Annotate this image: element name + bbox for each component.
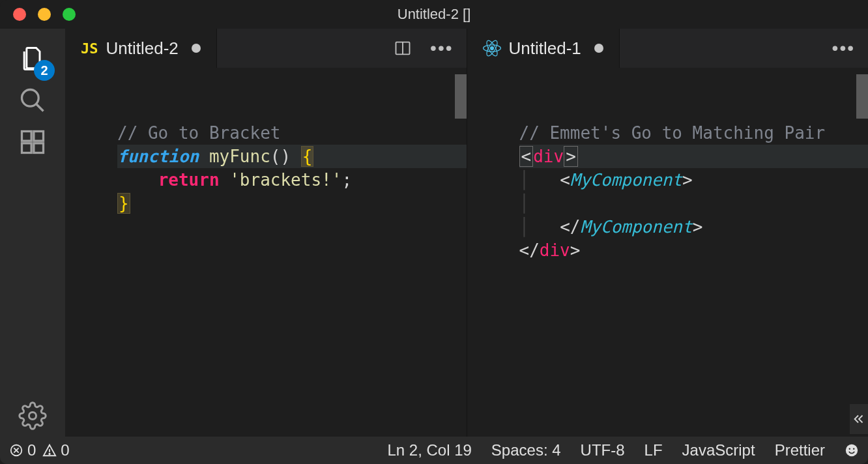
svg-rect-3 [22,143,32,153]
editor-1[interactable]: // Go to Bracket function myFunc() { ret… [65,68,467,437]
editor-groups: JS Untitled-2 ••• // Go to Bracket funct… [65,29,868,437]
status-warnings[interactable]: 0 [42,441,69,459]
editor-group-actions-1: ••• [381,29,466,68]
extensions-button[interactable] [12,121,53,163]
window-close-button[interactable] [13,8,26,21]
warning-icon [42,443,57,457]
tab-label: Untitled-1 [509,38,581,59]
activity-bar: 2 [0,29,65,437]
tab-label: Untitled-2 [106,38,179,59]
more-actions-button[interactable]: ••• [430,38,453,59]
editor-group-2: Untitled-1 ••• // Emmet's Go to Matching… [467,29,869,437]
svg-point-18 [849,448,850,450]
explorer-badge: 2 [34,60,55,81]
svg-point-16 [50,454,50,454]
editor-group-actions-2: ••• [819,29,868,68]
window-maximize-button[interactable] [63,8,76,21]
window-traffic-lights [13,8,76,21]
dirty-indicator [192,44,201,53]
chevron-left-icon [852,412,866,426]
settings-button[interactable] [12,395,53,437]
status-indentation[interactable]: Spaces: 4 [491,441,561,459]
window-minimize-button[interactable] [38,8,51,21]
minimap-slider[interactable] [856,74,868,119]
svg-rect-1 [22,132,32,141]
scroll-indicator[interactable] [850,404,868,434]
tab-bar-1: JS Untitled-2 ••• [65,29,467,68]
split-editor-icon[interactable] [394,39,412,57]
svg-point-5 [29,413,36,420]
status-encoding[interactable]: UTF-8 [581,441,625,459]
svg-point-17 [846,444,858,456]
main-area: 2 JS Untitled-2 [0,29,868,437]
status-bar: 0 0 Ln 2, Col 19 Spaces: 4 UTF-8 LF Java… [0,437,868,464]
status-eol[interactable]: LF [644,441,663,459]
tab-bar-2: Untitled-1 ••• [467,29,869,68]
status-feedback[interactable] [845,443,859,457]
svg-point-8 [490,47,493,50]
status-language-mode[interactable]: JavaScript [682,441,755,459]
react-file-icon [483,39,501,57]
search-icon [18,86,47,115]
status-cursor-position[interactable]: Ln 2, Col 19 [387,441,471,459]
gear-icon [18,401,47,430]
window-title: Untitled-2 [] [398,6,471,23]
editor-group-1: JS Untitled-2 ••• // Go to Bracket funct… [65,29,467,437]
minimap-slider[interactable] [455,74,467,119]
extensions-icon [18,128,47,156]
status-formatter[interactable]: Prettier [775,441,825,459]
svg-point-19 [853,448,854,450]
svg-rect-2 [34,132,44,141]
explorer-button[interactable]: 2 [12,38,53,80]
error-icon [9,443,23,457]
tab-untitled-1[interactable]: Untitled-1 [467,29,620,68]
status-errors[interactable]: 0 [9,441,36,459]
tab-untitled-2[interactable]: JS Untitled-2 [65,29,217,68]
javascript-file-icon: JS [81,40,98,57]
svg-rect-4 [34,143,44,153]
editor-2[interactable]: // Emmet's Go to Matching Pair <div> │ <… [467,68,869,437]
svg-point-0 [22,90,39,107]
more-actions-button[interactable]: ••• [832,38,855,59]
dirty-indicator [594,44,603,53]
search-button[interactable] [12,80,53,121]
window-titlebar: Untitled-2 [] [0,0,868,29]
smiley-icon [845,443,859,457]
